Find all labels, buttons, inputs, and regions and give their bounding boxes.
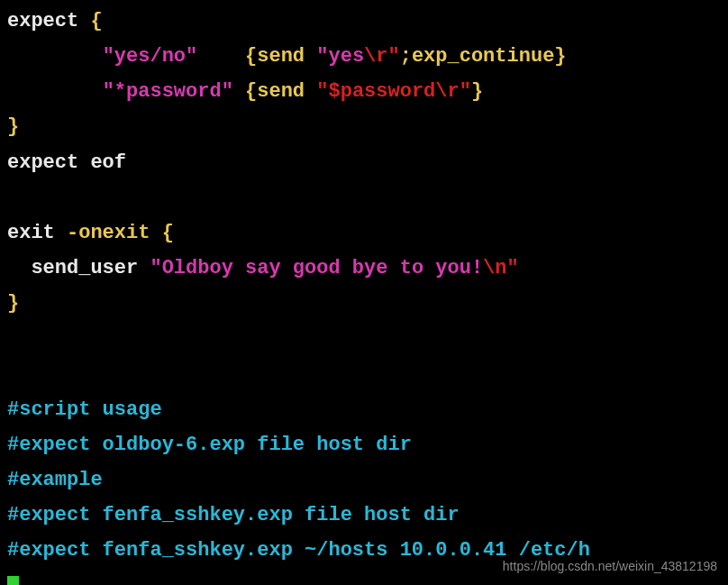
blank-line bbox=[7, 321, 721, 356]
comment-line: #expect oldboy-6.exp file host dir bbox=[7, 427, 721, 462]
code-line: send_user "Oldboy say good bye to you!\n… bbox=[7, 251, 721, 286]
comment-line: #example bbox=[7, 462, 721, 498]
code-line: } bbox=[7, 286, 721, 321]
comment-line: #expect fenfa_sshkey.exp file host dir bbox=[7, 498, 721, 533]
watermark-text: https://blog.csdn.net/weixin_43812198 bbox=[503, 555, 717, 578]
terminal-code: expect { "yes/no" {send "yes\r";exp_cont… bbox=[7, 4, 721, 585]
cursor-icon bbox=[7, 576, 19, 585]
code-line: exit -onexit { bbox=[7, 215, 721, 251]
code-line: } bbox=[7, 109, 721, 144]
code-line: expect eof bbox=[7, 145, 721, 180]
code-line: "*password" {send "$password\r"} bbox=[7, 74, 721, 109]
comment-line: #script usage bbox=[7, 392, 721, 427]
blank-line bbox=[7, 357, 721, 392]
code-line: "yes/no" {send "yes\r";exp_continue} bbox=[7, 39, 721, 74]
code-line: expect { bbox=[7, 4, 721, 39]
blank-line bbox=[7, 180, 721, 215]
